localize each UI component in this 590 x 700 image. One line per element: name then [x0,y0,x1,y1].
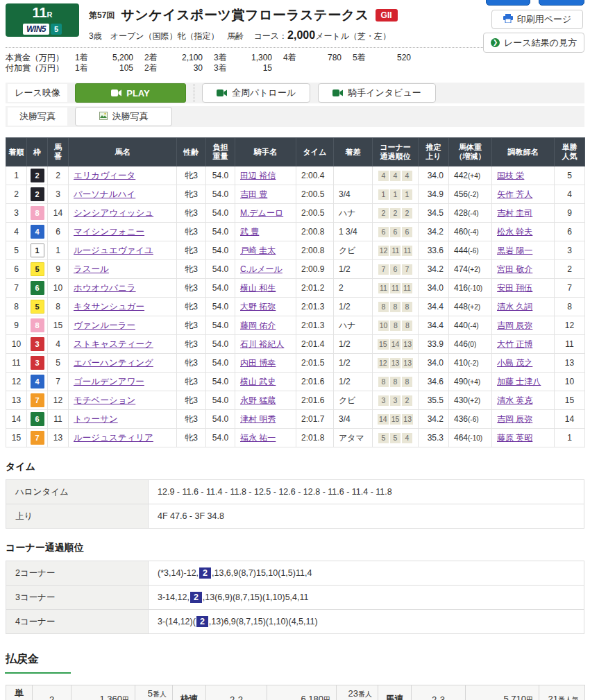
prize-rank-label: 2着 [144,53,167,63]
jockey-link[interactable]: 内田 博幸 [240,358,276,368]
trainer-link[interactable]: 国枝 栄 [497,171,524,180]
jockey-link[interactable]: 藤岡 佑介 [240,321,276,330]
horse-name-link[interactable]: マイシンフォニー [74,227,144,237]
race-round: 第57回 [89,10,115,22]
trainer-link[interactable]: 吉村 圭司 [497,208,532,218]
horse-name-link[interactable]: ヴァンルーラー [74,321,135,330]
trainer-link[interactable]: 清水 久詞 [497,302,532,311]
frame-cell: 6 [27,410,48,429]
jockey-link[interactable]: M.デムーロ [240,208,283,218]
corner-row-label: 4コーナー [6,610,149,634]
corner-position: 8 [378,377,389,387]
result-guide-button[interactable]: ❯ レース結果の見方 [483,33,584,53]
corner-position: 2 [378,208,389,219]
jockey-link[interactable]: 横山 和生 [240,283,276,293]
horse-name-link[interactable]: ルージュエヴァイユ [74,246,153,255]
horse-name-link[interactable]: キタサンシュガー [74,302,144,311]
horse-name-link[interactable]: モチベーション [74,395,135,405]
trainer-link[interactable]: 吉岡 辰弥 [497,414,532,424]
trainer-link[interactable]: 加藤 士津八 [497,377,541,386]
horse-name-link[interactable]: ストキャスティーク [74,339,153,349]
last-3f: 34.2 [419,260,449,279]
jockey-link[interactable]: 戸崎 圭太 [240,246,276,255]
body-weight: 464(-10) [449,429,492,447]
prize-value: 5,200 [97,53,133,63]
win-popularity: 4 [555,185,585,204]
jockey-link[interactable]: C.ルメール [240,264,283,274]
corner-position: 7 [378,264,389,275]
print-page-button[interactable]: 印刷用ページ [491,10,583,29]
time-row: 上り4F 47.6 - 3F 34.8 [6,504,584,529]
finish-rank: 11 [6,354,27,373]
frame-number-badge: 3 [31,337,44,351]
result-row: 858キタサンシュガー牝354.0大野 拓弥2:01.31/288834.444… [6,298,585,316]
trainer-cell: 小島 茂之 [492,354,555,373]
header-blue-button-left[interactable] [486,0,530,6]
horse-name-link[interactable]: ルージュスティリア [74,433,153,443]
horse-name-link[interactable]: ラスール [74,264,109,274]
jockey-cell: 吉田 豊 [235,185,296,204]
trainer-link[interactable]: 黒岩 陽一 [497,246,532,255]
bet-combination: 2-3 [412,685,466,700]
sex-age: 牝3 [177,279,206,298]
jockey-link[interactable]: 石川 裕紀人 [240,339,284,349]
trainer-link[interactable]: 松永 幹夫 [497,227,532,237]
jockey-link[interactable]: 津村 明秀 [240,414,276,424]
frame-number-badge: 7 [31,431,44,445]
horse-number: 5 [48,354,69,373]
payout-amount: 5,710円 [466,685,539,700]
corner-row-value: 3-(14,12)(2,13)6,9(8,7,15)(1,10)(4,5,11) [149,610,584,634]
horse-name-link[interactable]: エバーハンティング [74,358,153,368]
play-button[interactable]: PLAY [75,83,186,103]
jockey-link[interactable]: 永野 猛蔵 [240,395,276,405]
header-blue-button-right[interactable] [539,0,584,6]
finish-time: 2:01.3 [296,298,334,316]
finish-time: 2:01.5 [296,354,334,373]
prize-rank-label: 1着 [75,63,97,74]
jockey-link[interactable]: 大野 拓弥 [240,302,276,311]
prize-value: 15 [236,63,272,74]
trainer-cell: 加藤 士津八 [492,373,555,391]
body-weight: 474(+2) [449,260,492,279]
finish-photo-button[interactable]: 決勝写真 [75,107,172,126]
horse-name-link[interactable]: エリカヴィータ [74,171,135,180]
corner-positions: 767 [373,260,419,279]
jockey-interview-button[interactable]: 騎手インタビュー [318,83,436,103]
corner-position: 2 [402,395,412,406]
body-weight-diff: (+4) [468,172,480,180]
jockey-link[interactable]: 武 豊 [240,227,259,237]
horse-number: 12 [48,391,69,410]
trainer-link[interactable]: 吉岡 辰弥 [497,321,532,330]
horse-name-link[interactable]: トゥーサン [74,414,118,424]
trainer-link[interactable]: 藤原 英昭 [497,433,532,443]
jockey-link[interactable]: 横山 武史 [240,377,276,386]
horse-name-link[interactable]: シンシアウィッシュ [74,208,153,218]
corner-order-after: ,13,6,9(8,7)15,10(1,5)11,4 [212,568,312,578]
prize-value: 2,100 [167,53,203,63]
sex-age: 牝3 [177,241,206,260]
trainer-link[interactable]: 大竹 正博 [497,339,532,349]
results-column-header: コーナー 通過順位 [373,138,419,167]
frame-number-badge: 4 [31,225,44,239]
horse-name-link[interactable]: ゴールデンアワー [74,377,144,386]
carried-weight: 54.0 [206,241,235,260]
carried-weight: 54.0 [206,260,235,279]
jockey-link[interactable]: 福永 祐一 [240,433,276,443]
trainer-link[interactable]: 宮田 敬介 [497,264,532,274]
patrol-video-button[interactable]: 全周パトロール [202,83,310,103]
horse-name-link[interactable]: パーソナルハイ [74,189,135,199]
corner-position: 8 [402,377,412,387]
trainer-link[interactable]: 安田 翔伍 [497,283,532,293]
finish-time: 2:00.4 [296,167,334,185]
horse-number: 9 [48,260,69,279]
results-column-header: 枠 [27,138,48,167]
horse-name-cell: ラスール [69,260,177,279]
corner-position: 13 [402,414,413,425]
trainer-link[interactable]: 小島 茂之 [497,358,532,368]
horse-name-link[interactable]: ホウオウバニラ [74,283,136,293]
trainer-cell: 清水 英克 [492,391,555,410]
jockey-link[interactable]: 田辺 裕信 [240,171,276,180]
trainer-link[interactable]: 矢作 芳人 [497,189,532,199]
jockey-link[interactable]: 吉田 豊 [240,189,267,199]
trainer-link[interactable]: 清水 英克 [497,395,532,405]
